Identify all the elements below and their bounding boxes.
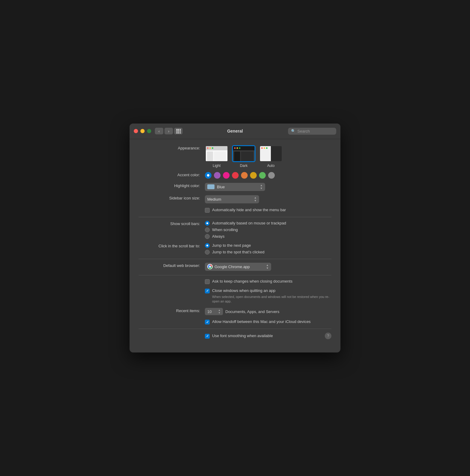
scroll-when-radio-row[interactable]: When scrolling <box>205 227 331 232</box>
appearance-label: Appearance: <box>139 145 205 150</box>
highlight-color-label: Highlight color: <box>139 183 205 188</box>
sidebar-icon-size-dropdown[interactable]: Medium ▲▼ <box>205 195 259 203</box>
font-smoothing-row: Use font smoothing when available ? <box>139 333 331 339</box>
close-windows-checkbox[interactable] <box>205 289 210 293</box>
font-smoothing-label <box>139 333 205 333</box>
appearance-auto[interactable]: Auto <box>259 145 283 168</box>
accent-green[interactable] <box>259 172 266 179</box>
appearance-options: Light <box>205 145 331 168</box>
menu-bar-checkbox-row: Automatically hide and show the menu bar <box>205 208 331 213</box>
accent-color-label: Accent color: <box>139 172 205 177</box>
ask-keep-checkbox[interactable] <box>205 279 210 284</box>
scroll-always-radio[interactable] <box>205 234 210 239</box>
handoff-checkbox-label: Allow Handoff between this Mac and your … <box>212 319 311 324</box>
handoff-checkbox-row: Allow Handoff between this Mac and your … <box>205 319 331 324</box>
scroll-always-radio-row[interactable]: Always <box>205 234 331 239</box>
scroll-auto-radio[interactable] <box>205 221 210 226</box>
stepper-arrows-icon: ▲▼ <box>218 309 221 314</box>
back-button[interactable]: ‹ <box>155 128 163 134</box>
light-label: Light <box>213 164 221 168</box>
close-button[interactable] <box>134 129 138 133</box>
accent-orange[interactable] <box>241 172 248 179</box>
sidebar-icon-size-label: Sidebar icon size: <box>139 195 205 200</box>
click-next-radio[interactable] <box>205 243 210 248</box>
highlight-color-dropdown[interactable]: Blue ▲▼ <box>205 183 265 191</box>
default-browser-content: Google Chrome.app ▲▼ <box>205 263 331 271</box>
sidebar-size-value: Medium <box>207 197 221 202</box>
scroll-when-label: When scrolling <box>212 227 238 232</box>
handoff-content: Allow Handoff between this Mac and your … <box>205 319 331 324</box>
grid-icon <box>176 129 181 133</box>
system-preferences-window: ‹ › General 🔍 Search Appearance: <box>130 124 340 353</box>
accent-colors <box>205 172 331 179</box>
ask-keep-checkbox-row: Ask to keep changes when closing documen… <box>205 279 331 284</box>
titlebar: ‹ › General 🔍 Search <box>130 124 340 139</box>
appearance-dark[interactable]: Dark <box>232 145 255 168</box>
click-spot-radio-row[interactable]: Jump to the spot that's clicked <box>205 250 331 255</box>
recent-items-value: 10 <box>207 309 212 314</box>
help-button[interactable]: ? <box>325 333 331 339</box>
auto-label: Auto <box>267 164 275 168</box>
sidebar-icon-size-content: Medium ▲▼ <box>205 195 331 203</box>
menu-bar-content: Automatically hide and show the menu bar <box>205 208 331 213</box>
dark-thumb <box>232 145 255 162</box>
accent-red[interactable] <box>232 172 239 179</box>
highlight-inner: Blue <box>207 184 225 189</box>
scroll-when-radio[interactable] <box>205 227 210 232</box>
font-smoothing-checkbox-row: Use font smoothing when available <box>205 334 325 339</box>
menu-bar-label <box>139 208 205 208</box>
browser-dropdown-arrows-icon: ▲▼ <box>266 264 269 270</box>
scroll-always-label: Always <box>212 234 224 239</box>
click-spot-label: Jump to the spot that's clicked <box>212 250 265 254</box>
light-thumb <box>205 145 228 162</box>
sidebar-dropdown-arrows-icon: ▲▼ <box>254 196 257 202</box>
highlight-color-row: Highlight color: Blue ▲▼ <box>139 183 331 191</box>
click-scroll-content: Jump to the next page Jump to the spot t… <box>205 243 331 255</box>
ask-keep-row: Ask to keep changes when closing documen… <box>139 279 331 284</box>
click-next-radio-row[interactable]: Jump to the next page <box>205 243 331 248</box>
menu-bar-checkbox-label: Automatically hide and show the menu bar <box>212 208 286 212</box>
font-smoothing-bottom: Use font smoothing when available ? <box>205 333 331 339</box>
font-smoothing-checkbox[interactable] <box>205 334 210 339</box>
accent-purple[interactable] <box>214 172 221 179</box>
dark-label: Dark <box>240 164 247 168</box>
close-windows-checkbox-label: Close windows when quitting an app <box>212 288 275 293</box>
accent-graphite[interactable] <box>268 172 275 179</box>
grid-view-button[interactable] <box>174 128 183 134</box>
nav-buttons: ‹ › <box>155 128 173 134</box>
handoff-label <box>139 319 205 320</box>
close-windows-label <box>139 288 205 289</box>
recent-items-row: Recent items: 10 ▲▼ Documents, Apps, and… <box>139 308 331 315</box>
menu-bar-checkbox[interactable] <box>205 208 210 213</box>
scroll-bars-content: Automatically based on mouse or trackpad… <box>205 221 331 239</box>
close-windows-content: Close windows when quitting an app When … <box>205 288 331 304</box>
recent-items-stepper[interactable]: 10 ▲▼ <box>205 308 223 315</box>
recent-items-description: Documents, Apps, and Servers <box>225 309 279 314</box>
font-smoothing-content: Use font smoothing when available ? <box>205 333 331 339</box>
scroll-bars-label: Show scroll bars: <box>139 221 205 226</box>
handoff-checkbox[interactable] <box>205 320 210 324</box>
scroll-bars-row: Show scroll bars: Automatically based on… <box>139 221 331 239</box>
click-next-label: Jump to the next page <box>212 243 251 248</box>
close-windows-note: When selected, open documents and window… <box>205 295 331 304</box>
recent-items-content: 10 ▲▼ Documents, Apps, and Servers <box>205 308 331 315</box>
search-icon: 🔍 <box>291 129 296 133</box>
accent-color-row: Accent color: <box>139 172 331 179</box>
minimize-button[interactable] <box>140 129 145 133</box>
click-spot-radio[interactable] <box>205 250 210 255</box>
default-browser-label: Default web browser: <box>139 263 205 268</box>
accent-yellow[interactable] <box>250 172 257 179</box>
accent-pink[interactable] <box>223 172 230 179</box>
search-box[interactable]: 🔍 Search <box>288 128 336 135</box>
highlight-value: Blue <box>217 185 225 189</box>
default-browser-dropdown[interactable]: Google Chrome.app ▲▼ <box>205 263 271 271</box>
maximize-button[interactable] <box>147 129 151 133</box>
auto-thumb <box>259 145 283 162</box>
scroll-auto-radio-row[interactable]: Automatically based on mouse or trackpad <box>205 221 331 226</box>
appearance-light[interactable]: Light <box>205 145 228 168</box>
font-smoothing-checkbox-label: Use font smoothing when available <box>212 334 273 338</box>
forward-button[interactable]: › <box>164 128 173 134</box>
accent-blue[interactable] <box>205 172 212 179</box>
highlight-color-content: Blue ▲▼ <box>205 183 331 191</box>
handoff-row: Allow Handoff between this Mac and your … <box>139 319 331 324</box>
